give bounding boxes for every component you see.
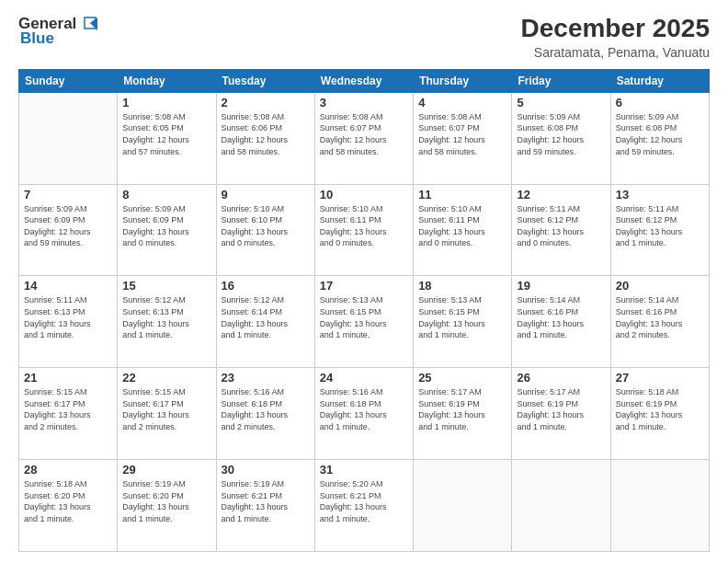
day-info: Sunrise: 5:11 AM Sunset: 6:12 PM Dayligh… <box>517 203 605 249</box>
table-row: 19Sunrise: 5:14 AM Sunset: 6:16 PM Dayli… <box>512 276 610 368</box>
day-info: Sunrise: 5:09 AM Sunset: 6:08 PM Dayligh… <box>616 111 704 157</box>
day-number: 4 <box>418 96 506 109</box>
day-number: 11 <box>418 188 506 201</box>
table-row: 2Sunrise: 5:08 AM Sunset: 6:06 PM Daylig… <box>216 92 314 184</box>
header: General Blue December 2025 Saratamata, P… <box>18 15 710 60</box>
table-row: 15Sunrise: 5:12 AM Sunset: 6:13 PM Dayli… <box>118 276 216 368</box>
day-info: Sunrise: 5:08 AM Sunset: 6:07 PM Dayligh… <box>418 111 506 157</box>
table-row: 18Sunrise: 5:13 AM Sunset: 6:15 PM Dayli… <box>414 276 512 368</box>
calendar-title: December 2025 <box>521 15 710 43</box>
table-row: 29Sunrise: 5:19 AM Sunset: 6:20 PM Dayli… <box>118 460 216 552</box>
col-wednesday: Wednesday <box>314 69 413 92</box>
table-row <box>512 460 610 552</box>
day-number: 6 <box>616 96 704 109</box>
day-number: 12 <box>517 188 605 201</box>
day-info: Sunrise: 5:18 AM Sunset: 6:19 PM Dayligh… <box>616 386 704 432</box>
day-info: Sunrise: 5:16 AM Sunset: 6:18 PM Dayligh… <box>222 386 310 432</box>
logo-icon <box>77 16 97 32</box>
day-info: Sunrise: 5:08 AM Sunset: 6:07 PM Dayligh… <box>320 111 408 157</box>
table-row: 17Sunrise: 5:13 AM Sunset: 6:15 PM Dayli… <box>314 276 413 368</box>
table-row: 23Sunrise: 5:16 AM Sunset: 6:18 PM Dayli… <box>216 368 314 460</box>
logo-blue: Blue <box>20 29 54 48</box>
day-number: 29 <box>122 463 210 477</box>
table-row: 28Sunrise: 5:18 AM Sunset: 6:20 PM Dayli… <box>19 460 118 552</box>
day-number: 1 <box>122 96 210 109</box>
calendar-week-row: 14Sunrise: 5:11 AM Sunset: 6:13 PM Dayli… <box>19 276 710 368</box>
day-info: Sunrise: 5:09 AM Sunset: 6:08 PM Dayligh… <box>517 111 605 157</box>
day-number: 28 <box>24 463 112 477</box>
table-row: 5Sunrise: 5:09 AM Sunset: 6:08 PM Daylig… <box>512 92 610 184</box>
day-info: Sunrise: 5:19 AM Sunset: 6:20 PM Dayligh… <box>122 478 210 524</box>
day-info: Sunrise: 5:12 AM Sunset: 6:14 PM Dayligh… <box>222 294 310 340</box>
day-info: Sunrise: 5:16 AM Sunset: 6:18 PM Dayligh… <box>320 386 408 432</box>
day-info: Sunrise: 5:13 AM Sunset: 6:15 PM Dayligh… <box>320 294 408 340</box>
day-info: Sunrise: 5:10 AM Sunset: 6:11 PM Dayligh… <box>418 203 506 249</box>
calendar-table: Sunday Monday Tuesday Wednesday Thursday… <box>18 69 710 552</box>
page: General Blue December 2025 Saratamata, P… <box>0 0 728 563</box>
day-info: Sunrise: 5:10 AM Sunset: 6:10 PM Dayligh… <box>222 203 310 249</box>
table-row: 30Sunrise: 5:19 AM Sunset: 6:21 PM Dayli… <box>216 460 314 552</box>
table-row <box>610 460 709 552</box>
day-info: Sunrise: 5:15 AM Sunset: 6:17 PM Dayligh… <box>24 386 112 432</box>
col-monday: Monday <box>118 69 216 92</box>
day-number: 18 <box>418 279 506 293</box>
day-info: Sunrise: 5:14 AM Sunset: 6:16 PM Dayligh… <box>517 294 605 340</box>
col-thursday: Thursday <box>414 69 512 92</box>
table-row: 24Sunrise: 5:16 AM Sunset: 6:18 PM Dayli… <box>314 368 413 460</box>
table-row: 20Sunrise: 5:14 AM Sunset: 6:16 PM Dayli… <box>610 276 709 368</box>
day-number: 2 <box>222 96 310 109</box>
calendar-week-row: 21Sunrise: 5:15 AM Sunset: 6:17 PM Dayli… <box>19 368 710 460</box>
day-info: Sunrise: 5:17 AM Sunset: 6:19 PM Dayligh… <box>418 386 506 432</box>
table-row: 27Sunrise: 5:18 AM Sunset: 6:19 PM Dayli… <box>610 368 709 460</box>
day-number: 16 <box>222 279 310 293</box>
title-block: December 2025 Saratamata, Penama, Vanuat… <box>521 15 710 60</box>
day-number: 26 <box>517 371 605 385</box>
calendar-header-row: Sunday Monday Tuesday Wednesday Thursday… <box>19 69 710 92</box>
day-number: 19 <box>517 279 605 293</box>
day-info: Sunrise: 5:08 AM Sunset: 6:06 PM Dayligh… <box>222 111 310 157</box>
day-info: Sunrise: 5:20 AM Sunset: 6:21 PM Dayligh… <box>320 478 408 524</box>
day-number: 31 <box>320 463 408 477</box>
day-info: Sunrise: 5:18 AM Sunset: 6:20 PM Dayligh… <box>24 478 112 524</box>
table-row: 3Sunrise: 5:08 AM Sunset: 6:07 PM Daylig… <box>314 92 413 184</box>
day-number: 30 <box>222 463 310 477</box>
table-row: 10Sunrise: 5:10 AM Sunset: 6:11 PM Dayli… <box>314 184 413 276</box>
table-row: 22Sunrise: 5:15 AM Sunset: 6:17 PM Dayli… <box>118 368 216 460</box>
day-number: 22 <box>122 371 210 385</box>
day-info: Sunrise: 5:10 AM Sunset: 6:11 PM Dayligh… <box>320 203 408 249</box>
table-row: 14Sunrise: 5:11 AM Sunset: 6:13 PM Dayli… <box>19 276 118 368</box>
day-number: 13 <box>616 188 704 201</box>
day-info: Sunrise: 5:13 AM Sunset: 6:15 PM Dayligh… <box>418 294 506 340</box>
day-info: Sunrise: 5:11 AM Sunset: 6:13 PM Dayligh… <box>24 294 112 340</box>
col-saturday: Saturday <box>610 69 709 92</box>
table-row <box>19 92 118 184</box>
day-number: 8 <box>122 188 210 201</box>
day-number: 10 <box>320 188 408 201</box>
table-row: 1Sunrise: 5:08 AM Sunset: 6:05 PM Daylig… <box>118 92 216 184</box>
table-row: 7Sunrise: 5:09 AM Sunset: 6:09 PM Daylig… <box>19 184 118 276</box>
table-row: 26Sunrise: 5:17 AM Sunset: 6:19 PM Dayli… <box>512 368 610 460</box>
day-number: 24 <box>320 371 408 385</box>
table-row: 6Sunrise: 5:09 AM Sunset: 6:08 PM Daylig… <box>610 92 709 184</box>
table-row: 9Sunrise: 5:10 AM Sunset: 6:10 PM Daylig… <box>216 184 314 276</box>
day-number: 5 <box>517 96 605 109</box>
logo: General Blue <box>18 15 98 48</box>
day-number: 27 <box>616 371 704 385</box>
calendar-week-row: 1Sunrise: 5:08 AM Sunset: 6:05 PM Daylig… <box>19 92 710 184</box>
col-tuesday: Tuesday <box>216 69 314 92</box>
day-info: Sunrise: 5:19 AM Sunset: 6:21 PM Dayligh… <box>222 478 310 524</box>
table-row: 31Sunrise: 5:20 AM Sunset: 6:21 PM Dayli… <box>314 460 413 552</box>
col-sunday: Sunday <box>19 69 118 92</box>
day-info: Sunrise: 5:17 AM Sunset: 6:19 PM Dayligh… <box>517 386 605 432</box>
table-row: 11Sunrise: 5:10 AM Sunset: 6:11 PM Dayli… <box>414 184 512 276</box>
day-info: Sunrise: 5:12 AM Sunset: 6:13 PM Dayligh… <box>122 294 210 340</box>
day-number: 9 <box>222 188 310 201</box>
table-row: 16Sunrise: 5:12 AM Sunset: 6:14 PM Dayli… <box>216 276 314 368</box>
day-info: Sunrise: 5:08 AM Sunset: 6:05 PM Dayligh… <box>122 111 210 157</box>
day-number: 7 <box>24 188 112 201</box>
day-number: 20 <box>616 279 704 293</box>
table-row: 13Sunrise: 5:11 AM Sunset: 6:12 PM Dayli… <box>610 184 709 276</box>
table-row: 4Sunrise: 5:08 AM Sunset: 6:07 PM Daylig… <box>414 92 512 184</box>
table-row: 8Sunrise: 5:09 AM Sunset: 6:09 PM Daylig… <box>118 184 216 276</box>
table-row: 12Sunrise: 5:11 AM Sunset: 6:12 PM Dayli… <box>512 184 610 276</box>
